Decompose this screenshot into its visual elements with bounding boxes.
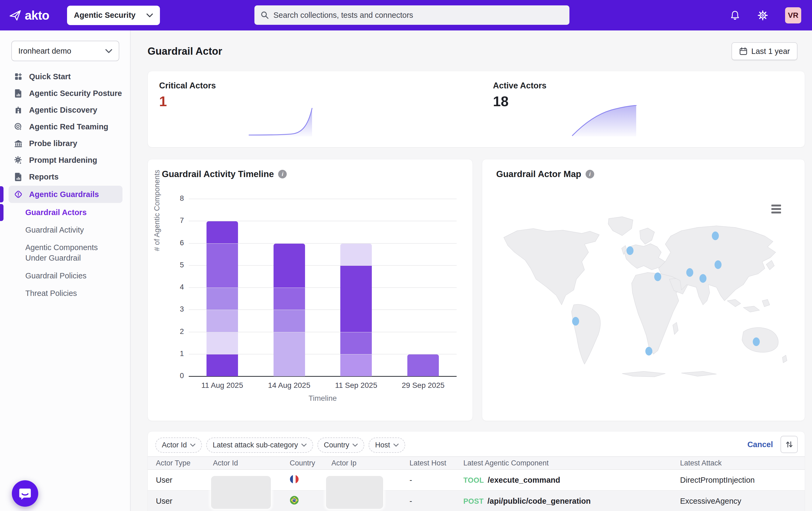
- cell-latest-attack: ExcessiveAgency: [680, 497, 805, 506]
- sidebar-item-label: Agentic Discovery: [29, 106, 97, 114]
- bar-segment: [206, 310, 238, 332]
- table-header-row: Actor TypeActor IdCountryActor IpLatest …: [148, 456, 805, 470]
- sidebar-item-agentic-security-posture[interactable]: Agentic Security Posture: [9, 85, 122, 101]
- actors-table-card: Actor IdLatest attack sub-categoryCountr…: [148, 431, 805, 511]
- chat-bubble-icon: [18, 486, 32, 501]
- component-path: /api/public/code_generation: [488, 497, 591, 505]
- y-tick-label: 2: [172, 327, 184, 336]
- actor-map-dot-australia[interactable]: [753, 338, 760, 346]
- active-actors-sparkline: [571, 105, 643, 137]
- actor-map-dot-russia[interactable]: [712, 232, 719, 240]
- bar-segment: [407, 354, 439, 376]
- actor-map-dot-china[interactable]: [715, 260, 722, 269]
- filter-chip-latest-attack-sub-category[interactable]: Latest attack sub-category: [206, 437, 313, 453]
- gear-icon: [757, 10, 768, 21]
- sidebar-subitem-threat-policies[interactable]: Threat Policies: [9, 285, 111, 302]
- sidebar-subitem-guardrail-policies[interactable]: Guardrail Policies: [9, 267, 111, 284]
- bar-segment: [273, 310, 305, 332]
- stacked-bar-29-sep-2025[interactable]: [407, 354, 439, 376]
- cell-latest-agentic-component: POST/api/public/code_generation: [463, 497, 680, 506]
- cell-actor-type: User: [156, 476, 213, 485]
- actor-map-dot-india[interactable]: [699, 274, 706, 283]
- actor-map-dot-egypt[interactable]: [654, 272, 661, 281]
- critical-actors-sparkline: [248, 105, 319, 137]
- stacked-bar-11-aug-2025[interactable]: [206, 221, 238, 376]
- bar-segment: [340, 244, 372, 266]
- timeline-chart-title: Guardrail Activity Timeline: [162, 169, 274, 179]
- workspace-selector-dropdown[interactable]: Ironheart demo: [11, 41, 119, 61]
- cancel-button[interactable]: Cancel: [747, 440, 773, 449]
- column-header-country: Country: [290, 459, 331, 467]
- redacted-actor-ip: [326, 476, 383, 509]
- sidebar-item-agentic-discovery[interactable]: Agentic Discovery: [9, 102, 122, 118]
- sidebar: Ironheart demo Quick StartAgentic Securi…: [0, 30, 130, 511]
- cell-country: [290, 495, 331, 507]
- actor-map-dot-france[interactable]: [627, 246, 634, 255]
- stacked-bar-11-sep-2025[interactable]: [340, 243, 372, 377]
- search-input[interactable]: [273, 11, 563, 20]
- stacked-bar-14-aug-2025[interactable]: [273, 243, 305, 377]
- sort-button[interactable]: [781, 436, 798, 453]
- actor-map-dot-brazil[interactable]: [572, 317, 579, 326]
- workspace-selector-value: Ironheart demo: [18, 47, 71, 55]
- filter-chip-actor-id[interactable]: Actor Id: [155, 437, 202, 453]
- column-header-latest-attack: Latest Attack: [680, 459, 805, 467]
- world-map: [493, 212, 789, 387]
- bar-segment: [273, 332, 305, 377]
- actor-map-dot-pakistan[interactable]: [686, 268, 693, 277]
- actor-map-dot-south-africa[interactable]: [645, 347, 652, 355]
- column-header-actor-id: Actor Id: [213, 459, 290, 467]
- sort-arrows-icon: [785, 440, 794, 449]
- map-title: Guardrail Actor Map: [496, 169, 581, 179]
- component-path: /execute_command: [488, 476, 560, 484]
- y-tick-label: 0: [172, 372, 184, 380]
- sidebar-item-reports[interactable]: Reports: [9, 169, 122, 185]
- info-icon[interactable]: i: [278, 170, 287, 179]
- filter-chip-country[interactable]: Country: [317, 437, 365, 453]
- notifications-button[interactable]: [730, 10, 741, 21]
- filter-chip-label: Latest attack sub-category: [213, 441, 298, 449]
- sidebar-item-probe-library[interactable]: Probe library: [9, 136, 122, 151]
- chat-widget-button[interactable]: [12, 480, 38, 507]
- column-header-latest-agentic-component: Latest Agentic Component: [463, 459, 680, 467]
- column-header-latest-host: Latest Host: [409, 459, 463, 467]
- user-avatar[interactable]: VR: [785, 7, 801, 23]
- sidebar-item-quick-start[interactable]: Quick Start: [9, 69, 122, 84]
- method-badge: POST: [463, 497, 484, 505]
- sidebar-item-agentic-guardrails[interactable]: Agentic Guardrails: [9, 186, 122, 203]
- global-search[interactable]: [254, 5, 570, 25]
- date-range-label: Last 1 year: [751, 47, 790, 56]
- activity-timeline-card: Guardrail Activity Timeline i # of Agent…: [148, 159, 473, 421]
- sidebar-subitem-guardrail-activity[interactable]: Guardrail Activity: [9, 221, 111, 239]
- filter-chip-host[interactable]: Host: [369, 437, 405, 453]
- diamond-alert-icon: [13, 190, 23, 199]
- chevron-down-icon: [352, 443, 358, 447]
- bar-segment: [206, 288, 238, 310]
- settings-button[interactable]: [757, 10, 768, 21]
- filter-chip-label: Host: [375, 441, 390, 449]
- cell-actor-type: User: [156, 497, 213, 506]
- y-tick-label: 6: [172, 239, 184, 247]
- y-tick-label: 1: [172, 350, 184, 358]
- sidebar-subitem-agentic-components-under-guardrail[interactable]: Agentic Components Under Guardrail: [9, 239, 111, 267]
- sidebar-item-agentic-red-teaming[interactable]: Agentic Red Teaming: [9, 119, 122, 134]
- sidebar-item-prompt-hardening[interactable]: Prompt Hardening: [9, 152, 122, 168]
- active-actors-label: Active Actors: [493, 81, 547, 90]
- sidebar-item-label: Quick Start: [29, 72, 71, 81]
- info-icon[interactable]: i: [586, 170, 594, 179]
- x-tick-label: 11 Sep 2025: [323, 381, 389, 390]
- gridline-y8: [189, 199, 457, 199]
- gear-play-icon: [13, 156, 23, 164]
- sidebar-item-label: Probe library: [29, 139, 77, 148]
- target-icon: [13, 123, 23, 131]
- building-icon: [13, 106, 23, 114]
- bar-segment: [206, 332, 238, 354]
- cell-country: [290, 475, 331, 486]
- y-tick-label: 8: [172, 194, 184, 203]
- cell-latest-host: -: [409, 476, 463, 485]
- column-header-actor-type: Actor Type: [156, 459, 213, 467]
- date-range-button[interactable]: Last 1 year: [731, 42, 798, 60]
- filter-chip-label: Actor Id: [162, 441, 187, 449]
- app-selector-dropdown[interactable]: Agentic Security: [67, 6, 160, 25]
- sidebar-subitem-guardrail-actors[interactable]: Guardrail Actors: [9, 204, 111, 221]
